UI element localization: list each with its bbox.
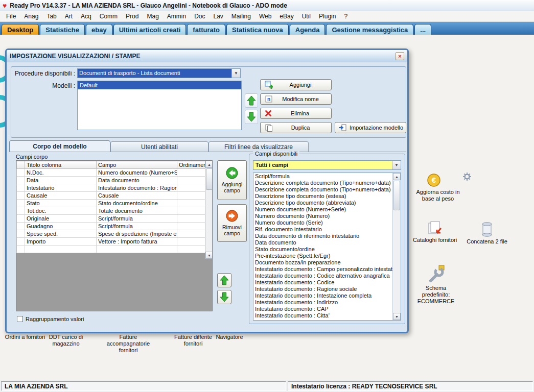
cell-ordinamento[interactable] bbox=[177, 215, 205, 223]
desktop-tab[interactable]: Statistica nuova bbox=[226, 24, 289, 35]
menu-item[interactable]: Plugin bbox=[315, 12, 340, 21]
table-row[interactable] bbox=[17, 246, 205, 253]
available-field-item[interactable]: Descrizione tipo documento (abbreviata) bbox=[253, 200, 393, 206]
available-field-item[interactable]: Descrizione completa documento (Tipo+num… bbox=[253, 186, 393, 193]
available-field-item[interactable]: Script/formula bbox=[253, 173, 393, 180]
available-field-item[interactable]: Numero documento (Numero+Serie) bbox=[253, 206, 393, 213]
field-filter-dropdown[interactable]: Tutti i campi ▼ bbox=[253, 160, 401, 170]
chevron-down-icon[interactable]: ▼ bbox=[231, 69, 240, 78]
available-field-item[interactable]: Data documento bbox=[253, 239, 393, 246]
table-row[interactable]: Stato Stato documento/ordine bbox=[17, 200, 205, 207]
menu-item[interactable]: Mailing bbox=[227, 12, 255, 21]
add-field-button[interactable]: Aggiungi campo bbox=[217, 160, 247, 200]
dialog-tab[interactable]: Filtri linee da visualizzare bbox=[208, 141, 309, 152]
scroll-down-icon[interactable]: ▼ bbox=[205, 252, 213, 259]
move-model-up-button[interactable] bbox=[245, 93, 258, 108]
dialog-tab[interactable]: Utenti abilitati bbox=[110, 141, 208, 152]
cell-titolo[interactable]: Originale bbox=[25, 215, 97, 223]
available-field-item[interactable]: Numero documento (Serie) bbox=[253, 219, 393, 226]
available-field-item[interactable]: Intestatario documento : CAP bbox=[253, 306, 393, 312]
cell-campo[interactable]: Numero documento (Numero+S... bbox=[97, 169, 177, 177]
menu-item[interactable]: File bbox=[2, 12, 20, 21]
model-list-item[interactable]: Default bbox=[78, 81, 241, 89]
move-field-down-button[interactable] bbox=[217, 290, 231, 304]
scroll-down-icon[interactable]: ▼ bbox=[393, 313, 401, 320]
cell-ordinamento[interactable] bbox=[177, 177, 205, 184]
row-selector-cell[interactable] bbox=[17, 207, 25, 215]
row-selector-cell[interactable] bbox=[17, 215, 25, 223]
available-field-item[interactable]: Intestatario documento : Citta' bbox=[253, 312, 393, 319]
available-field-item[interactable]: Descrizione tipo documento (estesa) bbox=[253, 193, 393, 200]
list-scrollbar[interactable]: ▲ ▼ bbox=[392, 173, 401, 320]
available-field-item[interactable]: Descrizione completa documento (Tipo+num… bbox=[253, 180, 393, 186]
cell-ordinamento[interactable] bbox=[177, 184, 205, 192]
menu-item[interactable]: Acq bbox=[77, 12, 96, 21]
cell-titolo[interactable]: Guadagno bbox=[25, 223, 97, 230]
table-row[interactable]: Tot.doc. Totale documento bbox=[17, 207, 205, 215]
cell-campo[interactable]: Intestatario documento : Ragion... bbox=[97, 184, 177, 192]
available-fields-listbox[interactable]: Script/formulaDescrizione completa docum… bbox=[253, 173, 401, 321]
scrollbar-thumb[interactable] bbox=[206, 168, 213, 190]
row-selector-cell[interactable] bbox=[17, 246, 25, 253]
available-field-item[interactable]: Intestatario documento : Ragione sociale bbox=[253, 286, 393, 292]
cell-ordinamento[interactable] bbox=[177, 200, 205, 207]
row-selector-cell[interactable] bbox=[17, 192, 25, 200]
cell-campo[interactable]: Spese di spedizione (Imposte es... bbox=[97, 230, 177, 238]
table-row[interactable]: Importo Vettore : Importo fattura bbox=[17, 238, 205, 246]
cell-titolo[interactable]: N.Doc. bbox=[25, 169, 97, 177]
delete-model-button[interactable]: Elimina bbox=[260, 108, 332, 119]
cell-campo[interactable]: Vettore : Importo fattura bbox=[97, 238, 177, 246]
cell-ordinamento[interactable] bbox=[177, 246, 205, 253]
menu-item[interactable]: Mag bbox=[143, 12, 162, 21]
desktop-tab[interactable]: ... bbox=[414, 24, 431, 35]
desktop-tab[interactable]: Gestione messaggistica bbox=[326, 24, 413, 35]
cell-ordinamento[interactable] bbox=[177, 230, 205, 238]
table-row[interactable]: Intestatario Intestatario documento : Ra… bbox=[17, 184, 205, 192]
grouping-checkbox[interactable] bbox=[17, 316, 23, 322]
procedures-dropdown[interactable]: Documenti di trasporto - Lista documenti… bbox=[77, 68, 241, 78]
cell-ordinamento[interactable] bbox=[177, 169, 205, 177]
column-header[interactable]: Ordinamento bbox=[177, 161, 205, 169]
available-field-item[interactable]: Intestatario documento : Codice bbox=[253, 279, 393, 286]
menu-item[interactable]: Lav bbox=[210, 12, 227, 21]
cell-campo[interactable]: Script/formula bbox=[97, 215, 177, 223]
table-row[interactable]: Spese sped. Spese di spedizione (Imposte… bbox=[17, 230, 205, 238]
available-field-item[interactable]: Numero documento (Numero) bbox=[253, 213, 393, 219]
desktop-tab[interactable]: fatturato bbox=[187, 24, 225, 35]
available-field-item[interactable]: Data documento di riferimento intestatar… bbox=[253, 233, 393, 239]
row-selector-cell[interactable] bbox=[17, 184, 25, 192]
desktop-shortcut-label[interactable]: Navigatore bbox=[207, 334, 251, 340]
cell-campo[interactable]: Causale bbox=[97, 192, 177, 200]
grid-scrollbar[interactable]: ▲ ▼ bbox=[205, 161, 213, 259]
available-field-item[interactable]: Intestatario documento : Campo personali… bbox=[253, 266, 393, 273]
shortcut-concatena-2-file[interactable]: Concatena 2 file bbox=[463, 222, 511, 245]
cell-ordinamento[interactable] bbox=[177, 207, 205, 215]
desktop-tab[interactable]: Desktop bbox=[2, 24, 39, 35]
shortcut-cataloghi-fornitori[interactable]: Cataloghi fornitori bbox=[409, 220, 461, 243]
duplicate-model-button[interactable]: Duplica bbox=[260, 122, 332, 133]
models-listbox[interactable]: Default bbox=[77, 81, 242, 130]
menu-item[interactable]: Prod bbox=[122, 12, 143, 21]
chevron-down-icon[interactable]: ▼ bbox=[392, 161, 401, 169]
shortcut-schema-predefinito[interactable]: Schema predefinito: ECOMMERCE bbox=[410, 264, 462, 305]
available-field-item[interactable]: Intestatario documento : Indirizzo bbox=[253, 299, 393, 306]
desktop-shortcut-label[interactable]: DDT carico di magazzino bbox=[42, 334, 90, 347]
desktop-tab[interactable]: Ultimi articoli creati bbox=[113, 24, 187, 35]
shortcut-aggiorna-costo[interactable]: € Aggiorna costo in base al peso bbox=[411, 174, 465, 202]
available-field-item[interactable]: Intestatario documento : Intestazione co… bbox=[253, 292, 393, 299]
table-row[interactable]: Guadagno Script/formula bbox=[17, 223, 205, 230]
cell-titolo[interactable]: Causale bbox=[25, 192, 97, 200]
table-row[interactable]: N.Doc. Numero documento (Numero+S... bbox=[17, 169, 205, 177]
menu-item[interactable]: Tab bbox=[42, 12, 60, 21]
menu-item[interactable]: Comm bbox=[96, 12, 122, 21]
move-model-down-button[interactable] bbox=[245, 110, 258, 124]
row-selector-cell[interactable] bbox=[17, 177, 25, 184]
rename-model-button[interactable]: n Modifica nome bbox=[260, 93, 332, 105]
cell-titolo[interactable]: Stato bbox=[25, 200, 97, 207]
desktop-tab[interactable]: Agenda bbox=[290, 24, 326, 35]
available-field-item[interactable]: Documento bozza/in preparazione bbox=[253, 259, 393, 266]
cell-campo[interactable]: Data documento bbox=[97, 177, 177, 184]
menu-item[interactable]: ? bbox=[340, 12, 352, 21]
add-model-button[interactable]: Aggiungi bbox=[260, 79, 332, 90]
cell-titolo[interactable]: Intestatario bbox=[25, 184, 97, 192]
